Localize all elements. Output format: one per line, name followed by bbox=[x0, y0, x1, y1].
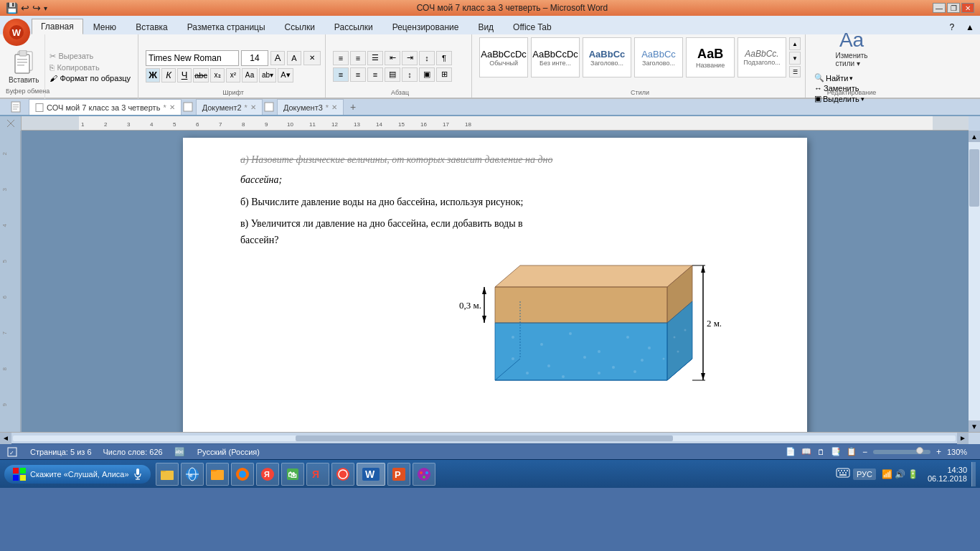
strikethrough-button[interactable]: abc bbox=[193, 68, 209, 83]
subscript-button[interactable]: x₂ bbox=[210, 68, 225, 83]
sort-button[interactable]: ↕ bbox=[419, 51, 435, 65]
styles-scroll-up[interactable]: ▲ bbox=[789, 37, 801, 50]
style-heading1[interactable]: AaBbCc Заголово... bbox=[583, 37, 631, 77]
taskbar-app-ie[interactable]: e bbox=[181, 463, 204, 486]
superscript-button[interactable]: x² bbox=[226, 68, 240, 83]
tray-battery[interactable]: 🔋 bbox=[908, 469, 918, 479]
change-case-button[interactable]: Аа bbox=[242, 68, 258, 83]
doc-tab-2[interactable]: Документ2 * ✕ bbox=[196, 99, 263, 115]
view-reading-btn[interactable]: 📖 bbox=[801, 447, 811, 456]
scroll-thumb[interactable] bbox=[969, 149, 979, 207]
change-styles-button[interactable]: Aa Изменитьстили ▾ bbox=[814, 29, 889, 67]
increase-indent-button[interactable]: ⇥ bbox=[402, 51, 418, 65]
view-outline-btn[interactable]: 📑 bbox=[831, 447, 841, 456]
view-layout-btn[interactable]: 🗒 bbox=[817, 448, 825, 456]
ribbon-minimize-btn[interactable]: ▲ bbox=[960, 20, 980, 34]
cut-button[interactable]: ✂Вырезать bbox=[50, 52, 131, 61]
align-left-button[interactable]: ≡ bbox=[333, 67, 349, 82]
new-doc-button[interactable]: + bbox=[345, 99, 361, 115]
minimize-button[interactable]: — bbox=[933, 3, 946, 13]
align-center-button[interactable]: ≡ bbox=[350, 67, 366, 82]
quick-access-dropdown[interactable]: ▾ bbox=[44, 4, 47, 12]
show-marks-button[interactable]: ¶ bbox=[436, 51, 452, 65]
zoom-slider-track[interactable] bbox=[873, 450, 930, 454]
taskbar-app-ya-search[interactable]: Я bbox=[306, 463, 329, 486]
shading-button[interactable]: ▣ bbox=[419, 67, 435, 82]
style-heading2[interactable]: AaBbCc Заголово... bbox=[634, 37, 683, 77]
taskbar-app-opera[interactable] bbox=[331, 463, 354, 486]
show-desktop-btn[interactable] bbox=[971, 462, 976, 486]
tab-menu[interactable]: Меню bbox=[84, 19, 126, 34]
tab-mailings[interactable]: Рассылки bbox=[325, 19, 382, 34]
language[interactable]: Русский (Россия) bbox=[197, 448, 260, 456]
bullets-button[interactable]: ≡ bbox=[333, 51, 349, 65]
tab-page-layout[interactable]: Разметка страницы bbox=[178, 19, 275, 34]
quick-save-icon[interactable]: 💾 bbox=[6, 2, 18, 14]
line-spacing-button[interactable]: ↕ bbox=[402, 67, 418, 82]
hscroll-thumb[interactable] bbox=[296, 435, 673, 441]
taskbar-app-paint[interactable] bbox=[413, 463, 435, 486]
taskbar-app-folder[interactable] bbox=[206, 463, 229, 486]
format-painter-button[interactable]: 🖌Формат по образцу bbox=[50, 74, 131, 83]
doc-tab-3-close[interactable]: ✕ bbox=[331, 103, 337, 111]
decrease-indent-button[interactable]: ⇤ bbox=[385, 51, 400, 65]
office-button[interactable]: W bbox=[3, 19, 30, 46]
view-draft-btn[interactable]: 📋 bbox=[847, 447, 857, 456]
underline-button[interactable]: Ч bbox=[177, 68, 192, 83]
start-button[interactable]: Скажите «Слушай, Алиса» bbox=[4, 465, 151, 484]
font-grow-button[interactable]: A bbox=[270, 51, 285, 65]
quick-undo-icon[interactable]: ↩ bbox=[21, 2, 29, 14]
scroll-down-button[interactable]: ▼ bbox=[969, 420, 980, 432]
highlight-button[interactable]: ab▾ bbox=[259, 68, 276, 83]
tray-network[interactable]: 📶 bbox=[882, 469, 892, 479]
doc-tab-1-close[interactable]: ✕ bbox=[169, 103, 175, 111]
justify-button[interactable]: ▤ bbox=[385, 67, 400, 82]
zoom-level[interactable]: 130% bbox=[947, 448, 973, 456]
numbering-button[interactable]: ≡ bbox=[350, 51, 366, 65]
doc-tab-3[interactable]: Документ3 * ✕ bbox=[277, 99, 344, 115]
tab-insert[interactable]: Вставка bbox=[126, 19, 177, 34]
tab-office-tab[interactable]: Office Tab bbox=[504, 19, 561, 34]
style-no-spacing[interactable]: AaBbCcDc Без инте... bbox=[531, 37, 580, 77]
quick-redo-icon[interactable]: ↪ bbox=[32, 2, 41, 14]
tray-volume[interactable]: 🔊 bbox=[895, 469, 905, 479]
clear-format-button[interactable]: ✕ bbox=[303, 51, 321, 65]
zoom-plus-btn[interactable]: + bbox=[936, 447, 941, 457]
style-normal[interactable]: AaBbCcDc Обычный bbox=[479, 37, 528, 77]
keyboard-icon[interactable] bbox=[836, 467, 850, 481]
style-subtitle[interactable]: AaBbCc. Подзаголо... bbox=[738, 37, 786, 77]
close-button[interactable]: ✕ bbox=[961, 3, 974, 13]
ribbon-help-btn[interactable]: ? bbox=[943, 20, 960, 34]
hscroll-left-btn[interactable]: ◄ bbox=[0, 433, 11, 444]
hscroll-right-btn[interactable]: ► bbox=[957, 433, 969, 444]
scroll-up-button[interactable]: ▲ bbox=[969, 131, 980, 142]
tab-view[interactable]: Вид bbox=[468, 19, 503, 34]
font-color-button[interactable]: А▾ bbox=[278, 68, 293, 83]
font-name-input[interactable]: Times New Roman bbox=[146, 50, 239, 66]
spell-icon[interactable]: 🔤 bbox=[174, 446, 186, 458]
vertical-scrollbar[interactable]: ▲ ▼ bbox=[969, 131, 980, 432]
lang-button[interactable]: РУС bbox=[853, 468, 876, 480]
restore-button[interactable]: ❐ bbox=[947, 3, 960, 13]
taskbar-app-word[interactable]: W bbox=[357, 463, 385, 486]
italic-button[interactable]: К bbox=[161, 68, 176, 83]
taskbar-app-store[interactable]: 🛍 bbox=[281, 463, 304, 486]
tab-home[interactable]: Главная bbox=[32, 19, 83, 34]
multilevel-list-button[interactable]: ☰ bbox=[367, 51, 383, 65]
bold-button[interactable]: Ж bbox=[146, 68, 160, 83]
style-title[interactable]: АаВ Название bbox=[686, 37, 735, 77]
clock[interactable]: 14:30 06.12.2018 bbox=[924, 466, 967, 483]
zoom-minus-btn[interactable]: − bbox=[862, 447, 867, 457]
borders-button[interactable]: ⊞ bbox=[436, 67, 452, 82]
taskbar-app-yandex[interactable]: Я bbox=[256, 463, 279, 486]
taskbar-app-file-explorer[interactable] bbox=[156, 463, 179, 486]
font-shrink-button[interactable]: A bbox=[287, 51, 301, 65]
copy-button[interactable]: ⎘Копировать bbox=[50, 63, 131, 72]
styles-more[interactable]: ☰ bbox=[789, 66, 801, 77]
doc-tab-1[interactable]: СОЧ мой 7 класс за 3 четверть * ✕ bbox=[29, 99, 182, 115]
align-right-button[interactable]: ≡ bbox=[367, 67, 383, 82]
taskbar-app-powerpoint[interactable]: P bbox=[387, 463, 410, 486]
doc-tab-2-close[interactable]: ✕ bbox=[250, 103, 256, 111]
tab-references[interactable]: Ссылки bbox=[275, 19, 324, 34]
view-normal-btn[interactable]: 📄 bbox=[786, 447, 796, 456]
